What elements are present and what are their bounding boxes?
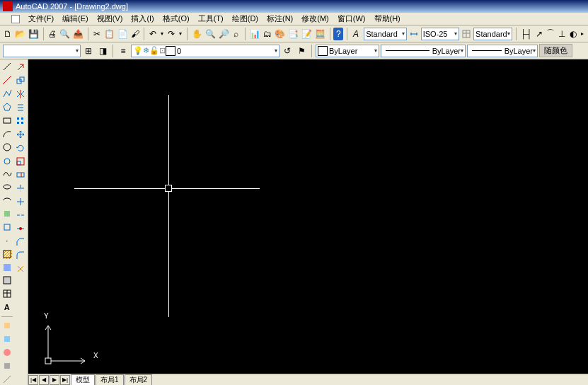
dim-aligned-icon[interactable]: ↗: [534, 28, 543, 40]
dim-style-icon[interactable]: [408, 28, 420, 40]
extra5-icon[interactable]: [1, 373, 13, 385]
break-icon[interactable]: [14, 209, 27, 221]
dim-style-select[interactable]: ISO-25▾: [421, 28, 459, 40]
markup-icon[interactable]: 📝: [301, 28, 313, 40]
menu-edit[interactable]: 编辑(E): [58, 13, 93, 24]
explode-icon[interactable]: [14, 263, 27, 275]
new-icon[interactable]: 🗋: [3, 28, 13, 40]
table-style-select[interactable]: Standard▾: [473, 28, 512, 40]
spline-icon[interactable]: [1, 168, 13, 180]
properties-icon[interactable]: 📊: [249, 28, 261, 40]
drawing-canvas[interactable]: Y X: [28, 59, 588, 374]
layer-select[interactable]: 💡❄🔓⊡ 0▾: [131, 45, 279, 57]
menu-insert[interactable]: 插入(I): [127, 13, 158, 24]
redo-dropdown-icon[interactable]: ▾: [178, 28, 183, 40]
more-icon[interactable]: ▸: [580, 28, 585, 40]
publish-icon[interactable]: 📤: [72, 28, 84, 40]
layer-isolate-icon[interactable]: ◨: [96, 45, 109, 57]
cut-icon[interactable]: ✂: [92, 28, 102, 40]
fillet-icon[interactable]: [14, 249, 27, 261]
ellipse-arc-icon[interactable]: [1, 195, 13, 207]
erase-icon[interactable]: [14, 61, 27, 73]
ellipse-icon[interactable]: [1, 181, 13, 193]
dim-arc-icon[interactable]: ⌒: [546, 28, 555, 40]
color-select[interactable]: ByLayer▾: [316, 45, 379, 57]
menu-format[interactable]: 格式(O): [158, 13, 194, 24]
menu-dimension[interactable]: 标注(N): [263, 13, 297, 24]
undo-icon[interactable]: ↶: [148, 28, 158, 40]
trim-icon[interactable]: [14, 182, 27, 194]
move-icon[interactable]: [14, 128, 27, 140]
insert-block-icon[interactable]: [1, 208, 13, 220]
document-icon[interactable]: [11, 15, 20, 23]
table-style-icon[interactable]: [461, 28, 472, 40]
plot-style-select[interactable]: 随颜色: [539, 44, 572, 57]
construction-line-icon[interactable]: [1, 74, 13, 86]
tab-layout2[interactable]: 布局2: [125, 374, 153, 385]
copy-icon[interactable]: 📋: [103, 28, 115, 40]
text-style-select[interactable]: Standard▾: [364, 28, 406, 40]
tool-palette-icon[interactable]: 🎨: [274, 28, 286, 40]
gradient-icon[interactable]: [1, 261, 13, 273]
zoom-realtime-icon[interactable]: 🔍: [204, 28, 217, 40]
polyline-icon[interactable]: [1, 88, 13, 100]
design-center-icon[interactable]: 🗂: [263, 28, 272, 40]
calc-icon[interactable]: 🧮: [314, 28, 326, 40]
zoom-prev-icon[interactable]: 🔎: [218, 28, 230, 40]
tab-nav-first[interactable]: |◀: [28, 375, 38, 385]
dim-radius-icon[interactable]: ◐: [568, 28, 578, 40]
extra2-icon[interactable]: [1, 333, 13, 345]
layer-props-icon[interactable]: ⊞: [82, 45, 95, 57]
copy-obj-icon[interactable]: [14, 74, 27, 86]
linetype-select[interactable]: ByLayer▾: [381, 45, 466, 57]
tab-layout1[interactable]: 布局1: [96, 374, 124, 385]
tab-nav-last[interactable]: ▶|: [60, 375, 70, 385]
mtext-icon[interactable]: A: [1, 301, 13, 314]
redo-icon[interactable]: ↷: [166, 28, 176, 40]
tab-nav-prev[interactable]: ◀: [39, 375, 49, 385]
help-icon[interactable]: ?: [333, 28, 343, 40]
text-style-icon[interactable]: A: [351, 28, 362, 40]
menu-draw[interactable]: 绘图(D): [228, 13, 263, 24]
dim-ordinate-icon[interactable]: ⊥: [557, 28, 567, 40]
extra1-icon[interactable]: [1, 320, 13, 332]
extra4-icon[interactable]: [1, 360, 13, 372]
pan-icon[interactable]: ✋: [191, 28, 203, 40]
menu-view[interactable]: 视图(V): [93, 13, 127, 24]
hatch-icon[interactable]: [1, 248, 13, 260]
stretch-icon[interactable]: [14, 168, 27, 180]
chamfer-icon[interactable]: [14, 236, 27, 248]
match-prop-icon[interactable]: 🖌: [130, 28, 140, 40]
line-icon[interactable]: [1, 61, 13, 73]
arc-icon[interactable]: [1, 127, 13, 139]
open-icon[interactable]: 📂: [14, 28, 26, 40]
point-icon[interactable]: ·: [1, 234, 13, 246]
layer-prev-icon[interactable]: ↺: [281, 45, 294, 57]
mirror-icon[interactable]: [14, 88, 27, 100]
make-block-icon[interactable]: [1, 222, 13, 234]
save-icon[interactable]: 💾: [28, 28, 40, 40]
circle-icon[interactable]: [1, 141, 13, 153]
dim-linear-icon[interactable]: ├┤: [519, 28, 532, 40]
menu-help[interactable]: 帮助(H): [370, 13, 405, 24]
polygon-icon[interactable]: [1, 101, 13, 113]
tab-nav-next[interactable]: ▶: [50, 375, 59, 385]
join-icon[interactable]: [14, 222, 27, 234]
menu-file[interactable]: 文件(F): [24, 13, 58, 24]
table-icon[interactable]: [1, 288, 13, 300]
layer-filter-select[interactable]: ▾: [3, 45, 81, 57]
undo-dropdown-icon[interactable]: ▾: [159, 28, 165, 40]
rectangle-icon[interactable]: [1, 115, 13, 127]
offset-icon[interactable]: [14, 101, 27, 113]
revcloud-icon[interactable]: [1, 154, 13, 166]
zoom-window-icon[interactable]: ⌕: [231, 28, 241, 40]
print-preview-icon[interactable]: 🔍: [59, 28, 71, 40]
extend-icon[interactable]: [14, 195, 27, 207]
paste-icon[interactable]: 📄: [117, 28, 129, 40]
layer-manager-icon[interactable]: ≡: [117, 45, 129, 57]
rotate-icon[interactable]: [14, 142, 27, 154]
extra3-icon[interactable]: [1, 346, 13, 358]
lineweight-select[interactable]: ByLayer▾: [467, 45, 538, 57]
sheet-set-icon[interactable]: 📑: [287, 28, 299, 40]
tab-model[interactable]: 模型: [71, 374, 95, 385]
